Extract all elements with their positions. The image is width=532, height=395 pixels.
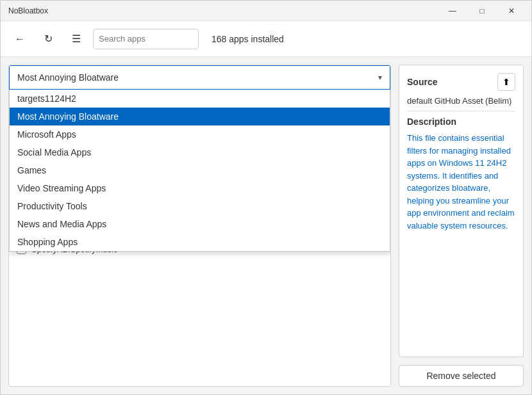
dropdown-item[interactable]: Video Streaming Apps [10, 179, 390, 197]
dropdown-item[interactable]: targets1124H2 [10, 90, 390, 108]
description-text: This file contains essential filters for… [407, 132, 515, 232]
app-window: NoBloatbox — □ ✕ ← ↻ ☰ 168 apps installe… [0, 0, 532, 395]
dropdown-item[interactable]: News and Media Apps [10, 215, 390, 233]
toolbar: ← ↻ ☰ 168 apps installed [1, 21, 531, 57]
apps-count-label: 168 apps installed [212, 34, 284, 44]
dropdown-list: targets1124H2Most Annoying BloatwareMicr… [9, 90, 390, 252]
dropdown-item[interactable]: Microsoft Apps [10, 125, 390, 143]
dropdown-item[interactable]: Most Annoying Bloatware [10, 108, 390, 125]
chevron-down-icon: ▾ [378, 73, 382, 82]
dropdown-item[interactable]: Productivity Tools [10, 197, 390, 215]
share-button[interactable]: ⬆ [497, 73, 515, 91]
filter-dropdown[interactable]: Most Annoying Bloatware ▾ [9, 65, 390, 90]
info-card: Source ⬆ default GitHub Asset (Belim) De… [399, 65, 524, 357]
right-panel: Source ⬆ default GitHub Asset (Belim) De… [399, 65, 524, 387]
description-title: Description [407, 117, 515, 127]
close-button[interactable]: ✕ [497, 1, 526, 21]
search-input[interactable] [93, 29, 199, 49]
refresh-button[interactable]: ↻ [37, 28, 60, 51]
filter-dropdown-wrapper: Most Annoying Bloatware ▾ targets1124H2M… [9, 65, 390, 90]
minimize-button[interactable]: — [438, 1, 467, 21]
source-value: default GitHub Asset (Belim) [407, 96, 515, 106]
divider [407, 111, 515, 111]
share-icon: ⬆ [503, 77, 510, 87]
window-controls: — □ ✕ [438, 1, 526, 21]
dropdown-selected-label: Most Annoying Bloatware [17, 72, 119, 83]
menu-button[interactable]: ☰ [65, 28, 88, 51]
remove-selected-button[interactable]: Remove selected [399, 365, 524, 387]
window-title: NoBloatbox [8, 6, 48, 15]
back-button[interactable]: ← [8, 28, 31, 51]
dropdown-item[interactable]: Shopping Apps [10, 233, 390, 251]
source-section-header: Source ⬆ [407, 73, 515, 91]
maximize-button[interactable]: □ [467, 1, 497, 21]
left-panel: Most Annoying Bloatware ▾ targets1124H2M… [8, 65, 391, 387]
remove-btn-wrapper: Remove selected [399, 365, 524, 387]
dropdown-item[interactable]: Games [10, 161, 390, 179]
main-content: Most Annoying Bloatware ▾ targets1124H2M… [1, 57, 531, 394]
title-bar: NoBloatbox — □ ✕ [1, 1, 531, 21]
source-title: Source [407, 77, 437, 87]
dropdown-item[interactable]: Social Media Apps [10, 143, 390, 161]
